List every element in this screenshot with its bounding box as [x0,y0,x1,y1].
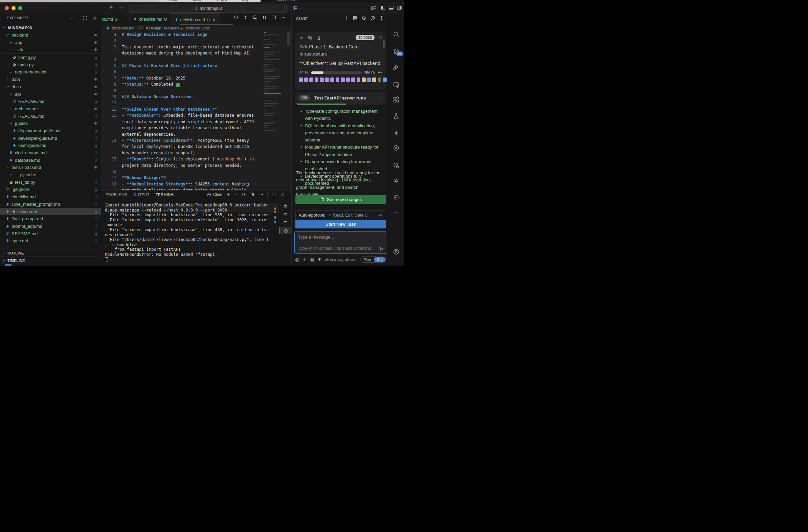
more-actions-icon[interactable] [69,16,74,21]
task-scrollbar[interactable] [383,40,385,48]
panel-tab-output[interactable]: OUTPUT [133,192,150,199]
scales-icon[interactable] [317,258,322,262]
close-icon[interactable] [212,18,216,22]
act-toggle[interactable]: Act [374,257,385,262]
extensions-icon[interactable] [392,96,400,104]
new-task-icon[interactable] [344,16,349,21]
search-icon[interactable] [392,31,400,39]
tree-item-docs[interactable]: docs [0,83,101,91]
forward-icon[interactable] [118,5,124,11]
history-icon[interactable] [234,15,239,20]
maximize-icon[interactable] [82,16,88,21]
history-icon[interactable] [361,16,366,21]
tree-item-deployment-guide-md[interactable]: deployment-guide.mdU [0,127,101,135]
breadcrumb-symbol[interactable]: # Design Decisions & Technical Logs [146,26,209,30]
run-debug-icon[interactable] [392,63,400,71]
cline-terminal-icon[interactable] [279,211,291,218]
tree-item-api[interactable]: api [0,90,101,98]
compress-icon[interactable] [378,70,382,75]
tree-item-readme-md[interactable]: README.mdU [0,112,101,120]
zoom-traffic-light[interactable] [18,6,22,10]
tree-item-test-db-py[interactable]: test_db.pyU [0,178,101,186]
terminal-output[interactable]: (base) danielkliewer@Daniels-MacBook-Pro… [105,203,279,262]
tree-item--pycache-[interactable]: __pycache__ [0,171,101,179]
tree-item-prompt-add-md[interactable]: prompt_add.mdU [0,223,101,230]
new-terminal-icon[interactable] [226,192,231,197]
chevron-down-icon[interactable] [299,6,302,10]
send-icon[interactable] [379,246,384,252]
chevron-right-icon[interactable] [378,95,383,100]
task-card[interactable]: $0.0000 ### Phase 1: Backend CoreInfrast… [295,32,386,90]
kill-terminal-icon[interactable] [251,192,255,197]
tree-item-tests-backend[interactable]: tests / backend [0,164,101,171]
start-new-task-button[interactable]: Start New Task [295,220,386,228]
tree-item-checklist-md[interactable]: checklist.mdU [0,193,101,201]
plan-toggle[interactable]: Plan [360,257,374,262]
tree-item-cline-master-prompt-md[interactable]: cline_master_prompt.mdU [0,201,101,208]
layout-sparkle-icon[interactable] [292,5,297,10]
model-selector[interactable]: cline:x-ai/grok-code-f... [325,258,357,262]
delete-task-icon[interactable] [317,36,322,40]
tree-item-database-md[interactable]: database.mdU [0,157,101,164]
robot-icon[interactable] [392,193,400,201]
more-icon[interactable] [392,209,400,217]
tree-item-requirements-txt[interactable]: requirements.txtU [0,68,101,76]
tree-item-decisions-md[interactable]: decisions.mdU [0,208,101,215]
account-icon[interactable] [370,16,375,21]
editor-scrollbar[interactable] [287,32,290,47]
tree-root-mindmap03[interactable]: MINDMAP03 [0,24,101,32]
tree-item--gitignore[interactable]: .gitignoreU [0,186,101,193]
tree-item-architecture[interactable]: architecture [0,105,101,113]
split-editor-icon[interactable] [271,15,276,20]
testing-icon[interactable] [392,112,400,120]
chatgpt-icon[interactable] [243,15,248,20]
status-bar[interactable] [0,264,404,266]
remote-indicator[interactable] [5,264,12,266]
todo-card[interactable]: 2/5 Test FastAPI server runs [295,92,386,105]
tree-item-config-py[interactable]: config.pyU [0,54,101,61]
breadcrumb[interactable]: decisions.md › abc # Design Decisions & … [101,25,291,32]
tab-checklist-md[interactable]: checklist.mdU [130,14,171,25]
more-actions-icon[interactable] [259,192,263,197]
auto-approve-row[interactable]: Auto-approve: ✓ Read, Edit, Safe C [295,210,386,219]
tree-item-user-guide-md[interactable]: user-guide.mdU [0,142,101,149]
openai-icon[interactable] [392,177,400,185]
close-task-icon[interactable] [378,36,383,40]
command-center-search[interactable]: mindmap03 [129,4,287,13]
remote-explorer-icon[interactable] [392,80,400,89]
sparkle-icon[interactable] [392,129,400,137]
tree-item-readme-md[interactable]: README.mdU [0,98,101,105]
close-panel-icon[interactable] [280,192,284,197]
customize-layout-icon[interactable] [371,5,376,11]
graph-search-icon[interactable] [392,161,400,169]
tree-item-main-py[interactable]: main.pyU [0,61,101,68]
tree-item-readme-md[interactable]: README.mdU [0,230,101,237]
copy-icon[interactable] [308,36,313,40]
maximize-panel-icon[interactable] [271,192,276,197]
toggle-panel-icon[interactable] [388,5,394,11]
chevron-up-icon[interactable] [378,213,383,217]
more-actions-icon[interactable] [281,15,286,20]
toggle-sidebar-icon[interactable] [380,5,386,11]
rules-icon[interactable] [310,258,314,262]
close-traffic-light[interactable] [5,6,9,10]
cline-terminal-icon[interactable] [279,219,291,226]
tree-item-data[interactable]: data [0,76,101,83]
collapse-task-icon[interactable] [299,36,304,40]
cline-terminal-icon[interactable] [279,227,291,234]
minimap[interactable] [263,32,286,144]
split-terminal-icon[interactable] [242,192,247,197]
compare-icon[interactable] [262,15,267,20]
open-preview-icon[interactable] [253,15,257,20]
outline-section[interactable]: OUTLINE [0,249,101,257]
warning-icon[interactable] [279,202,291,209]
settings-gear-icon[interactable] [379,16,384,21]
tree-item-guides[interactable]: guides [0,120,101,127]
graph-icon[interactable] [392,144,400,152]
minimize-traffic-light[interactable] [12,6,16,10]
tree-item-db[interactable]: db [0,46,101,54]
tree-item-backend[interactable]: backend [0,32,101,39]
tree-item-spec-md[interactable]: spec.mdU [0,237,101,245]
account-icon[interactable] [392,248,400,256]
message-input[interactable]: Type a message... Type @ for context, / … [294,232,387,254]
